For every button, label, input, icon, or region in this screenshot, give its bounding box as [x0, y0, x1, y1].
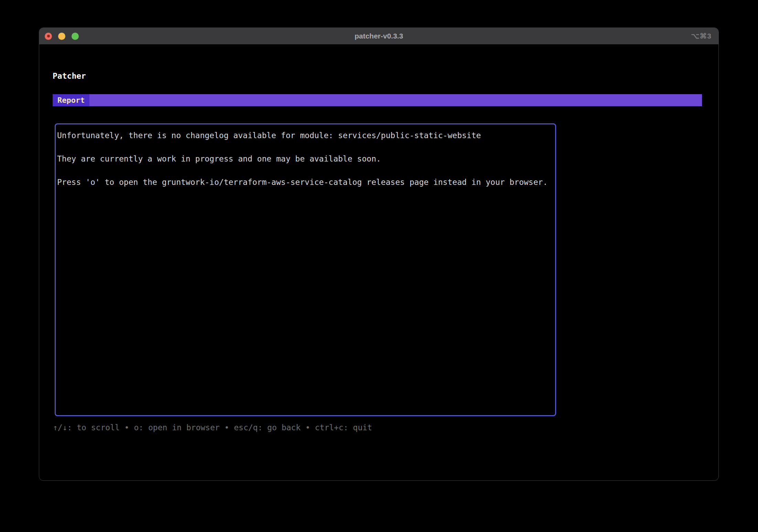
tab-shortcut-label: ⌥⌘3: [691, 28, 712, 44]
tab-report[interactable]: Report: [53, 94, 89, 106]
unsaved-indicator-dot: [47, 35, 50, 37]
report-message-line: Unfortunately, there is no changelog ava…: [57, 130, 554, 141]
tab-bar: Report: [53, 94, 702, 106]
keybinding-help: ↑/↓: to scroll • o: open in browser • es…: [53, 422, 372, 433]
terminal-window: patcher-v0.3.3 ⌥⌘3 Patcher Report Unfort…: [39, 27, 719, 481]
window-titlebar[interactable]: patcher-v0.3.3 ⌥⌘3: [39, 28, 718, 44]
zoom-button[interactable]: [72, 33, 79, 40]
close-button[interactable]: [45, 33, 52, 40]
report-message-line: They are currently a work in progress an…: [57, 153, 554, 165]
page-title: Patcher: [53, 70, 86, 82]
window-controls: [45, 28, 79, 44]
report-viewport[interactable]: Unfortunately, there is no changelog ava…: [55, 123, 556, 416]
window-title: patcher-v0.3.3: [355, 32, 403, 40]
report-message-line: Press 'o' to open the gruntwork-io/terra…: [57, 176, 554, 188]
desktop: { "window": { "title": "patcher-v0.3.3",…: [0, 0, 758, 532]
minimize-button[interactable]: [58, 33, 65, 40]
